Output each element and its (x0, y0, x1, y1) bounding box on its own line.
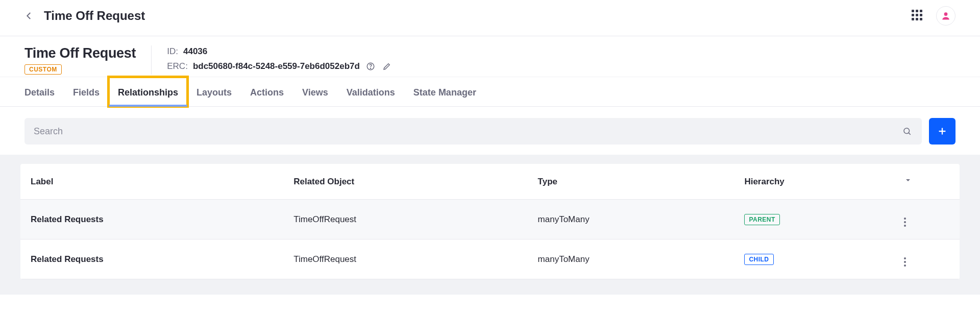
meta-id-label: ID: (167, 46, 178, 57)
cell-related-object: TimeOffRequest (283, 200, 527, 239)
tab-fields[interactable]: Fields (73, 77, 100, 106)
custom-badge: CUSTOM (24, 64, 62, 75)
topbar-left: Time Off Request (24, 9, 145, 23)
hierarchy-badge: PARENT (744, 214, 779, 225)
cell-hierarchy: CHILD (734, 239, 894, 279)
search-box[interactable] (24, 118, 922, 145)
object-name: Time Off Request (24, 45, 136, 61)
search-icon[interactable] (901, 126, 913, 137)
meta-erc-label: ERC: (167, 61, 188, 71)
cell-hierarchy: PARENT (734, 200, 894, 239)
svg-point-0 (944, 12, 948, 16)
user-avatar[interactable] (936, 6, 955, 26)
cell-actions (894, 239, 960, 279)
col-menu[interactable] (894, 164, 960, 200)
tab-state-manager[interactable]: State Manager (413, 77, 476, 106)
tab-actions[interactable]: Actions (250, 77, 284, 106)
col-type[interactable]: Type (528, 164, 734, 200)
help-icon[interactable] (365, 61, 376, 72)
tabs: DetailsFieldsRelationshipsLayoutsActions… (0, 77, 980, 107)
header-left: Time Off Request CUSTOM (24, 45, 152, 75)
search-input[interactable] (34, 126, 901, 137)
table-header-row: Label Related Object Type Hierarchy (20, 164, 960, 200)
cell-label: Related Requests (20, 200, 283, 239)
meta-erc-row: ERC: bdc50680-f84c-5248-e559-7eb6d052eb7… (167, 61, 393, 72)
page-title: Time Off Request (44, 9, 145, 23)
kebab-menu-icon[interactable] (904, 257, 906, 267)
apps-grid-icon[interactable] (912, 10, 924, 22)
topbar-right (912, 6, 955, 26)
meta-id-value: 44036 (183, 46, 207, 57)
chevron-down-icon (904, 176, 912, 184)
back-icon[interactable] (24, 11, 34, 20)
svg-point-3 (904, 128, 910, 134)
edit-icon[interactable] (381, 61, 393, 72)
svg-line-4 (909, 133, 910, 134)
header-meta: ID: 44036 ERC: bdc50680-f84c-5248-e559-7… (167, 45, 393, 72)
svg-point-2 (370, 68, 371, 68)
table-wrap: Label Related Object Type Hierarchy Rela… (0, 155, 980, 295)
kebab-menu-icon[interactable] (904, 218, 906, 227)
header: Time Off Request CUSTOM ID: 44036 ERC: b… (0, 36, 980, 77)
relationships-table: Label Related Object Type Hierarchy Rela… (20, 164, 960, 279)
col-label[interactable]: Label (20, 164, 283, 200)
tab-details[interactable]: Details (24, 77, 55, 106)
tab-layouts[interactable]: Layouts (197, 77, 232, 106)
tab-views[interactable]: Views (302, 77, 328, 106)
topbar: Time Off Request (0, 0, 980, 36)
tab-validations[interactable]: Validations (347, 77, 395, 106)
cell-label: Related Requests (20, 239, 283, 279)
cell-type: manyToMany (528, 239, 734, 279)
col-hierarchy[interactable]: Hierarchy (734, 164, 894, 200)
table-row[interactable]: Related RequestsTimeOffRequestmanyToMany… (20, 239, 960, 279)
col-related[interactable]: Related Object (283, 164, 527, 200)
meta-id-row: ID: 44036 (167, 46, 393, 57)
meta-erc-value: bdc50680-f84c-5248-e559-7eb6d052eb7d (193, 61, 360, 71)
hierarchy-badge: CHILD (744, 254, 773, 265)
search-area (0, 107, 980, 155)
tab-relationships[interactable]: Relationships (109, 77, 187, 106)
cell-related-object: TimeOffRequest (283, 239, 527, 279)
add-button[interactable] (929, 118, 955, 145)
cell-actions (894, 200, 960, 239)
cell-type: manyToMany (528, 200, 734, 239)
table-row[interactable]: Related RequestsTimeOffRequestmanyToMany… (20, 200, 960, 239)
